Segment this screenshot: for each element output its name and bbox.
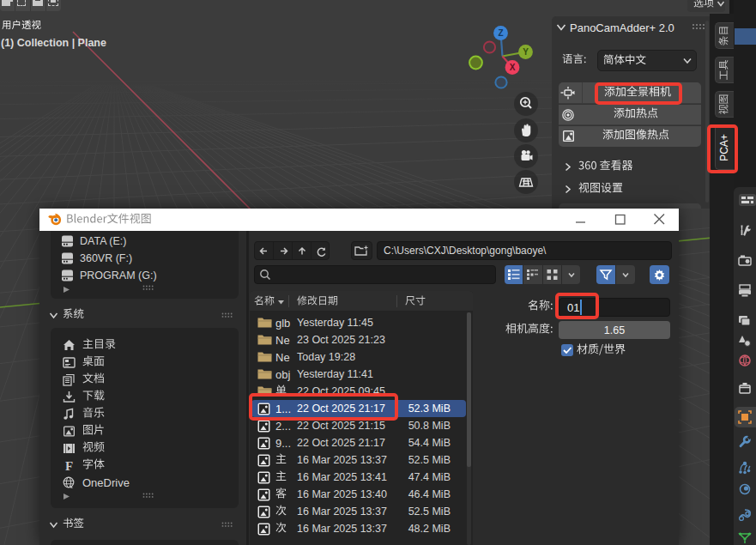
- svg-text:X: X: [510, 63, 516, 72]
- svg-text:Y: Y: [523, 47, 529, 57]
- svg-text:Z: Z: [498, 28, 503, 38]
- svg-text:F: F: [65, 459, 73, 472]
